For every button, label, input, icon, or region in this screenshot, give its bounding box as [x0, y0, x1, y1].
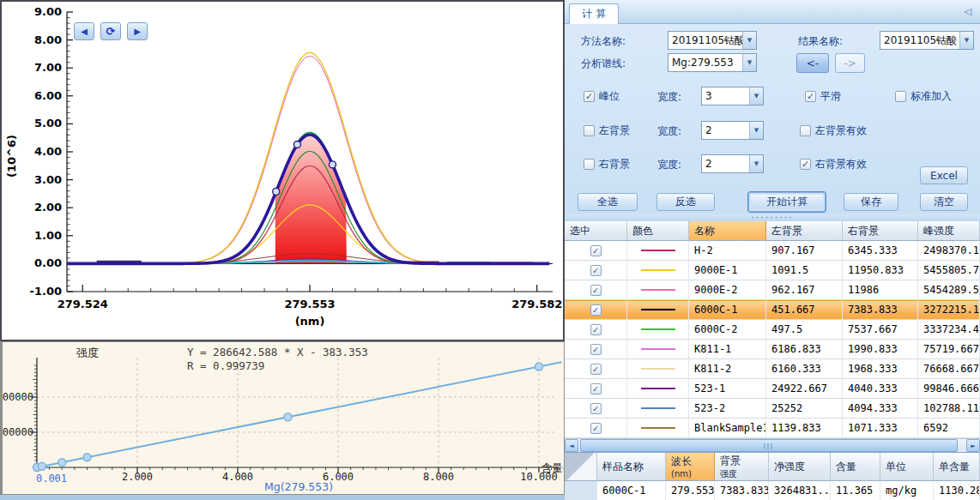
next-result-button[interactable]: ->: [835, 53, 865, 73]
row-checkbox[interactable]: ✓: [590, 285, 602, 296]
checkbox-icon[interactable]: [800, 125, 811, 136]
standard-addition-checkbox[interactable]: 标准加入: [895, 89, 952, 104]
row-checkbox[interactable]: ✓: [590, 324, 602, 335]
cell-selected[interactable]: ✓: [565, 280, 627, 300]
table-row[interactable]: ✓H-2907.1676345.3332498370.111: [565, 241, 980, 261]
checkbox-icon[interactable]: ✓: [800, 159, 811, 170]
row-checkbox[interactable]: ✓: [590, 364, 602, 375]
right-background-valid-checkbox[interactable]: ✓ 右背景有效: [800, 157, 867, 172]
row-checkbox[interactable]: ✓: [590, 304, 602, 316]
svg-text:强度: 强度: [76, 346, 99, 359]
invert-selection-button[interactable]: 反选: [656, 193, 715, 211]
cell-selected[interactable]: ✓: [565, 300, 627, 320]
table-row[interactable]: ✓523-124922.6674040.33399846.666: [565, 379, 980, 399]
checkbox-icon[interactable]: ✓: [805, 91, 816, 102]
clear-button[interactable]: 清空: [920, 193, 968, 211]
row-checkbox[interactable]: ✓: [590, 383, 602, 395]
left-background-checkbox[interactable]: 左背景: [584, 123, 630, 138]
table-row[interactable]: ✓K811-26160.3331968.33376668.667: [565, 359, 980, 379]
panel-splitter[interactable]: ·········: [565, 214, 980, 221]
column-header[interactable]: 净强度: [769, 453, 831, 481]
collapse-panel-icon[interactable]: ◁: [965, 6, 971, 17]
column-header[interactable]: 含量: [831, 453, 880, 481]
series-color-swatch: [641, 348, 675, 350]
column-header[interactable]: 峰强度: [918, 221, 980, 241]
row-checkbox[interactable]: ✓: [590, 423, 602, 434]
cell-selected[interactable]: ✓: [565, 419, 627, 438]
column-header[interactable]: 选中: [565, 221, 627, 241]
select-all-button[interactable]: 全选: [578, 193, 638, 211]
cell-left-bg: 6160.333: [766, 359, 843, 379]
method-name-combo[interactable]: 20191105钴酸 ▼: [668, 31, 757, 50]
cell-selected[interactable]: ✓: [565, 320, 627, 340]
checkbox-icon[interactable]: ✓: [584, 91, 595, 102]
analysis-line-combo[interactable]: Mg:279.553 ▼: [668, 53, 757, 72]
start-calculation-button[interactable]: 开始计算: [748, 192, 826, 212]
column-header[interactable]: 左背景: [766, 221, 843, 241]
cell-selected[interactable]: ✓: [565, 359, 627, 379]
cell-unit-content: 1130.283: [934, 481, 980, 500]
row-checkbox[interactable]: ✓: [590, 245, 602, 256]
cell-selected[interactable]: ✓: [565, 261, 627, 280]
tab-calculate[interactable]: 计 算: [569, 3, 619, 24]
prev-result-button[interactable]: <-: [796, 53, 829, 73]
width1-combo[interactable]: 3 ▼: [701, 87, 764, 105]
chevron-down-icon[interactable]: ▼: [749, 87, 763, 105]
right-background-checkbox[interactable]: 右背景: [584, 157, 630, 172]
cell-selected[interactable]: ✓: [565, 379, 627, 399]
width2-combo[interactable]: 2 ▼: [701, 121, 764, 140]
cell-selected[interactable]: ✓: [565, 241, 627, 261]
width3-combo[interactable]: 2 ▼: [701, 154, 764, 173]
smooth-checkbox[interactable]: ✓ 平滑: [805, 89, 841, 104]
chevron-down-icon[interactable]: ▼: [742, 32, 756, 49]
column-header[interactable]: 样品名称: [597, 453, 666, 481]
chevron-down-icon[interactable]: ▼: [742, 54, 756, 71]
next-curve-button[interactable]: ▶: [127, 22, 148, 40]
calibration-point: [38, 462, 45, 470]
table-row[interactable]: ✓523-2252524094.333102788.111: [565, 399, 980, 419]
column-header[interactable]: 单含量: [934, 453, 980, 481]
scroll-left-icon[interactable]: ◄: [565, 439, 578, 452]
table-row[interactable]: 6000C-1279.5537383.8333264831...11.365mg…: [565, 481, 980, 500]
chevron-down-icon[interactable]: ▼: [749, 155, 763, 172]
excel-button[interactable]: Excel: [920, 166, 968, 184]
scroll-right-icon[interactable]: ►: [966, 439, 980, 452]
scrollbar-thumb[interactable]: [580, 439, 958, 452]
table-row[interactable]: ✓6000C-1451.6677383.8333272215.111: [565, 300, 980, 320]
peak-position-checkbox[interactable]: ✓ 峰位: [584, 89, 620, 104]
chevron-down-icon[interactable]: ▼: [959, 32, 973, 49]
row-checkbox[interactable]: ✓: [590, 265, 602, 276]
corner-select-all-cell[interactable]: [565, 453, 597, 481]
result-name-combo[interactable]: 20191105钴酸 ▼: [880, 31, 974, 50]
column-header[interactable]: 波长(nm): [666, 453, 715, 481]
table-row[interactable]: ✓9000E-11091.511950.8335455805.778: [565, 261, 980, 280]
prev-curve-button[interactable]: ◀: [74, 22, 94, 40]
column-header[interactable]: 名称: [689, 221, 766, 241]
cell-left-bg: 962.167: [766, 280, 843, 300]
chevron-down-icon[interactable]: ▼: [749, 122, 763, 139]
column-header[interactable]: 颜色: [627, 221, 689, 241]
scrollbar-track[interactable]: [578, 439, 966, 452]
row-checkbox[interactable]: ✓: [590, 344, 602, 355]
cell-selected[interactable]: ✓: [565, 340, 627, 359]
table-row[interactable]: ✓BlankSample11139.8331071.3336592: [565, 419, 980, 438]
row-checkbox[interactable]: ✓: [590, 403, 602, 414]
row-indicator[interactable]: [565, 481, 597, 500]
checkbox-icon[interactable]: [584, 125, 595, 136]
save-button[interactable]: 保存: [844, 193, 898, 211]
cell-right-bg: 1968.333: [843, 359, 918, 379]
left-background-valid-checkbox[interactable]: 左背景有效: [800, 123, 867, 138]
horizontal-scrollbar[interactable]: ◄ ►: [565, 438, 980, 452]
column-header[interactable]: 背景强度: [715, 453, 769, 481]
checkbox-icon[interactable]: [584, 159, 595, 170]
refresh-icon[interactable]: ⟳: [100, 22, 121, 40]
checkbox-icon[interactable]: [895, 91, 906, 102]
cell-selected[interactable]: ✓: [565, 399, 627, 419]
table-row[interactable]: ✓K811-16186.8331990.83375719.667: [565, 340, 980, 359]
column-header[interactable]: 右背景: [843, 221, 918, 241]
svg-text:5.00: 5.00: [34, 117, 62, 130]
table-row[interactable]: ✓9000E-2962.167119865454289.556: [565, 280, 980, 300]
table-row[interactable]: ✓6000C-2497.57537.6673337234.444: [565, 320, 980, 340]
svg-text:4.00: 4.00: [34, 145, 62, 158]
column-header[interactable]: 单位: [880, 453, 934, 481]
